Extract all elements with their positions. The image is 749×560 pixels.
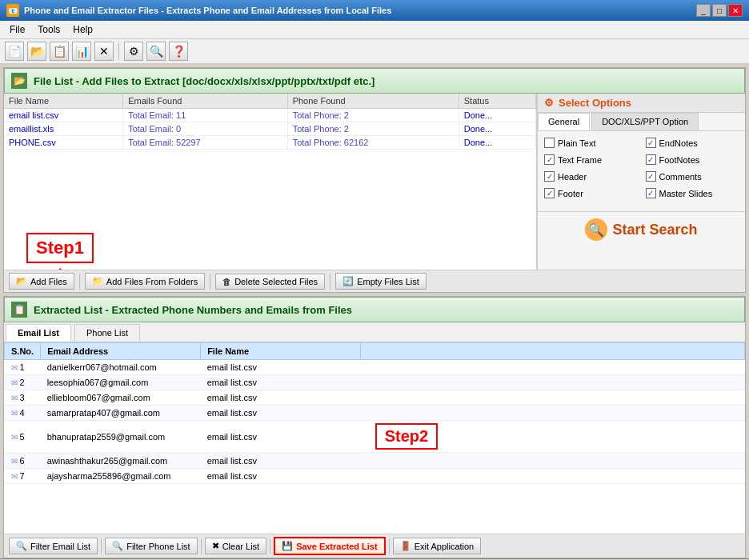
phone-count-cell: Total Phone: 62162 xyxy=(287,136,459,150)
col-emails-found: Emails Found xyxy=(123,94,288,109)
list-item[interactable]: ✉ 7 ajaysharma255896@gmail.com email lis… xyxy=(5,468,745,483)
step1-label: Step1 xyxy=(36,238,84,258)
exit-button[interactable]: 🚪 Exit Application xyxy=(393,538,482,554)
toolbar-open[interactable]: 📂 xyxy=(27,42,46,61)
checkbox-plain-text[interactable] xyxy=(544,138,555,148)
option-comments: ✓ Comments xyxy=(646,171,739,182)
toolbar-help[interactable]: ❓ xyxy=(169,42,188,61)
filter-email-icon: 🔍 xyxy=(16,541,27,551)
label-endnotes: EndNotes xyxy=(659,138,698,148)
clear-list-button[interactable]: ✖ Clear List xyxy=(205,538,266,554)
minimize-button[interactable]: _ xyxy=(696,4,711,17)
checkbox-master-slides[interactable]: ✓ xyxy=(646,188,656,198)
maximize-button[interactable]: □ xyxy=(712,4,727,17)
file-link[interactable]: emaillist.xls xyxy=(9,124,54,134)
toolbar-copy[interactable]: 📋 xyxy=(50,42,69,61)
delete-label: Delete Selected Files xyxy=(234,277,318,286)
list-item[interactable]: ✉ 6 awinashthakur265@gmail.com email lis… xyxy=(5,453,745,468)
top-panel-body: File Name Emails Found Phone Found Statu… xyxy=(4,94,745,270)
extracted-table-wrap[interactable]: S.No. Email Address File Name ✉ 1 daniel… xyxy=(4,342,745,534)
phone-count-cell: Total Phone: 2 xyxy=(287,122,459,136)
extracted-icon: 📋 xyxy=(11,302,27,318)
col-email: Email Address xyxy=(41,343,201,360)
tab-email-list[interactable]: Email List xyxy=(6,324,71,342)
menu-file[interactable]: File xyxy=(3,22,31,37)
step1-arrow: ↑ xyxy=(56,262,64,270)
option-text-frame: ✓ Text Frame xyxy=(544,154,638,165)
sno-cell: ✉ 1 xyxy=(5,360,41,375)
table-row[interactable]: PHONE.csv Total Email: 52297 Total Phone… xyxy=(4,136,536,150)
table-row[interactable]: emaillist.xls Total Email: 0 Total Phone… xyxy=(4,122,536,136)
option-header: ✓ Header xyxy=(544,171,638,182)
file-link[interactable]: PHONE.csv xyxy=(9,138,56,147)
clear-list-icon: ✖ xyxy=(212,541,219,551)
add-folders-label: Add Files From Folders xyxy=(106,277,198,286)
save-label: Save Extracted List xyxy=(296,542,378,551)
close-button[interactable]: ✕ xyxy=(728,4,743,17)
filter-email-button[interactable]: 🔍 Filter Email List xyxy=(9,538,98,554)
checkbox-footer[interactable]: ✓ xyxy=(544,188,555,198)
email-cell: elliebloom067@gmail.com xyxy=(41,390,201,406)
list-item[interactable]: ✉ 5 bhanupratap2559@gmail.com email list… xyxy=(5,421,745,454)
menu-tools[interactable]: Tools xyxy=(31,22,66,37)
col-extra xyxy=(361,343,745,360)
extracted-list-panel: 📋 Extracted List - Extracted Phone Numbe… xyxy=(3,296,746,558)
option-footnotes: ✓ FootNotes xyxy=(646,154,739,165)
tab-general[interactable]: General xyxy=(538,113,590,130)
start-search-button[interactable]: 🔍 Start Search xyxy=(585,218,697,241)
toolbar-view[interactable]: 📊 xyxy=(72,42,91,61)
file-link[interactable]: email list.csv xyxy=(9,110,58,120)
delete-selected-button[interactable]: 🗑 Delete Selected Files xyxy=(215,274,325,290)
file-list-scroll[interactable]: File Name Emails Found Phone Found Statu… xyxy=(4,94,536,210)
clear-list-label: Clear List xyxy=(222,542,259,551)
empty-files-button[interactable]: 🔄 Empty Files List xyxy=(335,273,427,290)
extra-cell: Step2 xyxy=(361,421,745,453)
col-file: File Name xyxy=(201,343,361,360)
add-files-label: Add Files xyxy=(30,277,67,286)
menu-help[interactable]: Help xyxy=(66,22,99,37)
save-extracted-button[interactable]: 💾 Save Extracted List xyxy=(274,537,386,555)
label-master-slides: Master Slides xyxy=(659,189,713,198)
menu-bar: File Tools Help xyxy=(0,21,749,39)
empty-icon: 🔄 xyxy=(342,276,354,286)
filter-phone-button[interactable]: 🔍 Filter Phone List xyxy=(105,538,197,554)
checkbox-endnotes[interactable]: ✓ xyxy=(646,138,656,148)
tab-phone-list[interactable]: Phone List xyxy=(74,324,140,342)
list-item[interactable]: ✉ 3 elliebloom067@gmail.com email list.c… xyxy=(5,390,745,406)
phone-count-cell: Total Phone: 2 xyxy=(287,109,459,122)
list-item[interactable]: ✉ 2 leesophia067@gmail.com email list.cs… xyxy=(5,375,745,390)
option-master-slides: ✓ Master Slides xyxy=(646,188,739,198)
toolbar-search[interactable]: 🔍 xyxy=(146,42,166,61)
file-action-toolbar: 📂 Add Files 📁 Add Files From Folders 🗑 D… xyxy=(4,270,745,292)
checkbox-comments[interactable]: ✓ xyxy=(646,171,656,182)
checkbox-text-frame[interactable]: ✓ xyxy=(544,154,555,165)
list-item[interactable]: ✉ 1 danielkerr067@hotmail.com email list… xyxy=(5,360,745,375)
step2-annotation: Step2 xyxy=(375,423,438,450)
toolbar-filter[interactable]: ⚙ xyxy=(124,42,143,61)
label-plain-text: Plain Text xyxy=(558,138,596,148)
option-footer: ✓ Footer xyxy=(544,188,638,198)
bottom-toolbar: 🔍 Filter Email List 🔍 Filter Phone List … xyxy=(4,534,745,558)
toolbar-new[interactable]: 📄 xyxy=(5,42,24,61)
add-files-folders-button[interactable]: 📁 Add Files From Folders xyxy=(85,273,205,290)
file-list-title: File List - Add Files to Extract [doc/do… xyxy=(34,75,374,87)
table-row[interactable]: email list.csv Total Email: 11 Total Pho… xyxy=(4,109,536,122)
file-name-cell: emaillist.xls xyxy=(4,122,123,136)
extracted-table: S.No. Email Address File Name ✉ 1 daniel… xyxy=(4,342,745,484)
list-item[interactable]: ✉ 4 samarpratap407@gmail.com email list.… xyxy=(5,406,745,421)
sno-cell: ✉ 4 xyxy=(5,406,41,421)
file-list-panel: 📂 File List - Add Files to Extract [doc/… xyxy=(3,67,746,293)
checkbox-footnotes[interactable]: ✓ xyxy=(646,154,656,165)
tab-doc-xls-ppt[interactable]: DOC/XLS/PPT Option xyxy=(591,113,699,130)
add-files-button[interactable]: 📂 Add Files xyxy=(9,273,74,290)
extra-cell xyxy=(361,375,745,390)
filter-email-label: Filter Email List xyxy=(30,542,90,551)
options-header: ⚙ Select Options xyxy=(538,94,745,113)
file-name-cell: PHONE.csv xyxy=(4,136,123,150)
checkbox-header[interactable]: ✓ xyxy=(544,171,555,182)
col-phones-found: Phone Found xyxy=(287,94,459,109)
toolbar-delete[interactable]: ✕ xyxy=(94,42,114,61)
extra-cell xyxy=(361,390,745,406)
start-search-label: Start Search xyxy=(612,222,697,238)
file-list-header: 📂 File List - Add Files to Extract [doc/… xyxy=(4,68,745,94)
